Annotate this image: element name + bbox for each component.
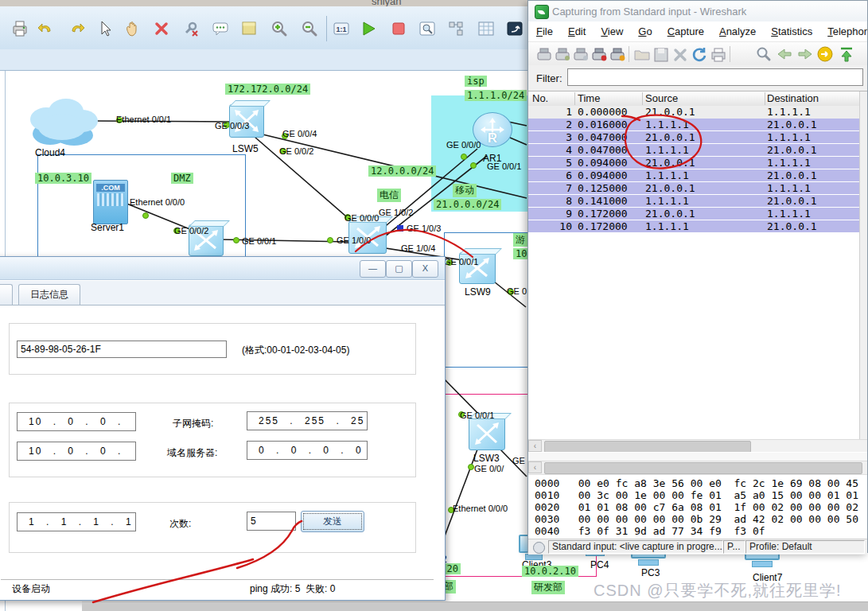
gateway-input[interactable] — [17, 442, 136, 461]
wireshark-titlebar[interactable]: Capturing from Standard input - Wireshar… — [528, 1, 867, 22]
packet-row[interactable]: 70.12500021.0.0.11.1.1.1 — [528, 182, 862, 195]
zoom-out-icon[interactable] — [300, 19, 319, 38]
ping-success-text: ping 成功: 5 — [250, 582, 300, 596]
dns-input[interactable] — [247, 441, 368, 460]
packet-row[interactable]: 100.1720001.1.1.121.0.0.1 — [528, 220, 862, 233]
topology-icon[interactable] — [446, 19, 465, 38]
net-label[interactable]: 21.0.0.0/24 — [434, 199, 501, 210]
col-source[interactable]: Source — [645, 92, 678, 104]
pointer-icon[interactable] — [95, 19, 114, 38]
undo-icon[interactable] — [36, 19, 55, 38]
tab-log-info[interactable]: 日志信息 — [18, 284, 80, 305]
capture-start-icon[interactable] — [572, 45, 590, 63]
go-to-packet-icon[interactable] — [816, 45, 834, 63]
delete-icon[interactable] — [152, 19, 171, 38]
menu-statistics[interactable]: Statistics — [771, 25, 812, 37]
comment-icon[interactable] — [211, 19, 230, 38]
close-capture-icon[interactable] — [671, 45, 688, 63]
inspect-icon[interactable] — [418, 19, 437, 38]
ip-address-input[interactable] — [17, 412, 136, 431]
console-icon[interactable] — [505, 19, 524, 38]
packet-row[interactable]: 90.17200021.0.0.11.1.1.1 — [528, 208, 862, 220]
net-label[interactable]: 研发部 — [531, 581, 565, 594]
packet-row[interactable]: 10.00000021.0.0.11.1.1.1 — [528, 106, 862, 119]
packet-row[interactable]: 40.0470001.1.1.121.0.0.1 — [528, 144, 862, 157]
send-button[interactable]: 发送 — [301, 511, 364, 532]
zoom-in-icon[interactable] — [270, 19, 289, 38]
server-com-badge: .COM — [96, 184, 125, 192]
capture-stop-icon[interactable] — [590, 45, 608, 63]
menu-analyze[interactable]: Analyze — [719, 25, 756, 37]
net-label[interactable]: 12.0.0.0/24 — [368, 165, 436, 177]
open-file-icon[interactable] — [633, 45, 650, 63]
menu-telephony[interactable]: Telephony — [827, 25, 867, 37]
go-forward-icon[interactable] — [796, 45, 813, 63]
note-icon[interactable] — [239, 19, 259, 38]
packet-row[interactable]: 20.0160001.1.1.121.0.0.1 — [528, 119, 862, 131]
switch-lsw3[interactable] — [469, 417, 505, 450]
grid-icon[interactable] — [477, 19, 496, 38]
count-input[interactable] — [247, 512, 296, 531]
net-label[interactable]: 10.0.2.10 — [522, 566, 578, 577]
col-time[interactable]: Time — [578, 92, 600, 104]
cloud-device[interactable] — [22, 88, 102, 151]
menu-view[interactable]: View — [601, 25, 623, 37]
stop-icon[interactable] — [389, 19, 408, 38]
reload-icon[interactable] — [690, 45, 707, 63]
save-file-icon[interactable] — [652, 45, 669, 63]
scrollbar-thumb[interactable] — [544, 462, 862, 474]
scroll-left-arrow[interactable]: ‹ — [528, 440, 542, 452]
list-interfaces-icon[interactable] — [535, 45, 553, 63]
minimize-button[interactable]: — — [360, 260, 386, 278]
menu-edit[interactable]: Edit — [568, 25, 586, 37]
dialog-titlebar[interactable]: — ▢ X — [0, 257, 445, 280]
packet-row[interactable]: 50.09400021.0.0.11.1.1.1 — [528, 157, 862, 169]
expert-info-icon[interactable] — [533, 542, 545, 554]
net-label[interactable]: 10.0.3.10 — [35, 173, 91, 184]
maximize-button[interactable]: ▢ — [386, 260, 412, 278]
scroll-left-arrow[interactable]: ‹ — [528, 461, 542, 473]
capture-restart-icon[interactable] — [609, 45, 626, 63]
scrollbar-thumb[interactable] — [544, 441, 751, 453]
col-destination[interactable]: Destination — [767, 92, 819, 104]
packet-row[interactable]: 60.0940001.1.1.121.0.0.1 — [528, 169, 862, 182]
config-delete-icon[interactable] — [182, 19, 201, 38]
hex-line: 0020 01 01 08 00 c7 6a 08 01 1f 00 02 00… — [535, 501, 858, 513]
net-label[interactable]: 电信 — [377, 189, 401, 202]
go-to-top-icon[interactable] — [837, 45, 854, 63]
net-label[interactable]: 172.172.0.0/24 — [225, 84, 310, 95]
mac-input[interactable] — [17, 341, 227, 358]
packet-list-header[interactable]: No. Time Source Destination — [528, 91, 867, 107]
col-no[interactable]: No. — [532, 92, 548, 104]
server1-device[interactable]: .COM — [93, 180, 128, 224]
menu-file[interactable]: File — [536, 25, 553, 37]
net-label[interactable]: isp — [465, 76, 487, 87]
start-icon[interactable] — [359, 19, 378, 38]
tab-partial[interactable] — [0, 284, 13, 305]
horizontal-scrollbar[interactable]: ‹ — [528, 439, 867, 453]
subnet-input[interactable] — [247, 411, 368, 430]
net-label[interactable]: 游 — [513, 233, 527, 247]
hand-icon[interactable] — [123, 19, 142, 38]
menu-go[interactable]: Go — [638, 25, 652, 37]
packet-row[interactable]: 80.1410001.1.1.121.0.0.1 — [528, 195, 862, 208]
find-packet-icon[interactable] — [754, 45, 772, 63]
net-label[interactable]: 移动 — [453, 184, 477, 197]
horizontal-scrollbar[interactable]: ‹ — [528, 461, 867, 474]
print-icon[interactable] — [10, 19, 29, 38]
net-label[interactable]: 1.1.1.0/24 — [465, 90, 527, 101]
capture-options-icon[interactable] — [554, 45, 571, 63]
filter-input[interactable] — [567, 68, 863, 86]
close-button[interactable]: X — [412, 260, 438, 278]
packet-row[interactable]: 30.04700021.0.0.11.1.1.1 — [528, 131, 862, 144]
port-label: GE — [512, 456, 525, 465]
menu-capture[interactable]: Capture — [668, 25, 704, 37]
hex-dump-pane[interactable]: 0000 00 e0 fc a8 3e 56 00 e0 fc 2c 1e 69… — [528, 474, 867, 539]
net-label[interactable]: DMZ — [171, 173, 193, 184]
redo-icon[interactable] — [68, 19, 87, 38]
vertical-scrollbar[interactable] — [859, 91, 867, 440]
go-back-icon[interactable] — [775, 45, 792, 63]
ping-target-input[interactable] — [17, 512, 136, 531]
actual-size-icon[interactable]: 1:1 — [332, 19, 351, 38]
print-icon[interactable] — [709, 45, 726, 63]
